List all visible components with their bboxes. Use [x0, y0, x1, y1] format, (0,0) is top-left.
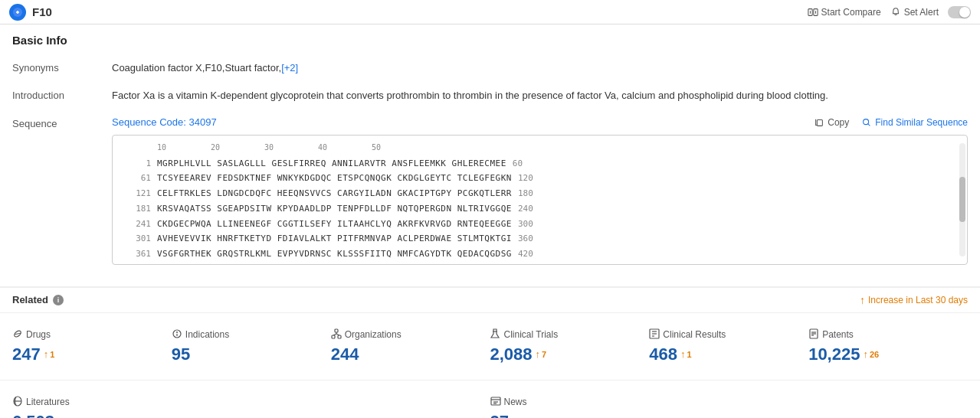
stat-value-literatures: 6,503 — [12, 412, 478, 419]
stat-label-text-clinical-results: Clinical Results — [663, 329, 726, 340]
related-left: Related i — [12, 294, 64, 305]
alert-toggle[interactable] — [948, 6, 971, 18]
seq-chars: AVHEVEVVIK HNRFTKETYD FDIAVLALKT PITFRMN… — [157, 231, 512, 247]
related-header: Related i ↑ Increase in Last 30 days — [0, 286, 980, 313]
stat-label-clinical-results: Clinical Results — [649, 328, 796, 341]
increase-label: Increase in Last 30 days — [868, 295, 968, 305]
stat-item-clinical-results[interactable]: Clinical Results 468 ↑ 1 — [649, 322, 808, 371]
stat-label-organizations: Organizations — [331, 328, 478, 341]
copy-label: Copy — [828, 117, 849, 128]
stat-label-text-clinical-trials: Clinical Trials — [503, 329, 558, 340]
stat-number-clinical-trials: 2,088 — [490, 345, 532, 364]
stat-item-patents[interactable]: Patents 10,225 ↑ 26 — [808, 322, 968, 371]
seq-chars: KRSVAQATSS SGEAPDSITW KPYDAADLDP TENPFDL… — [157, 201, 512, 217]
related-right: ↑ Increase in Last 30 days — [860, 294, 968, 306]
seq-chars: VSGFGRTHEK GRQSTRLKML EVPYVDRNSC KLSSSFI… — [157, 247, 512, 262]
main-content: Basic Info Synonyms Coagulation factor X… — [0, 24, 980, 286]
introduction-row: Introduction Factor Xa is a vitamin K-de… — [12, 88, 968, 103]
set-alert-label: Set Alert — [904, 7, 939, 18]
seq-chars: CKDGECPWQA LLINEENEGF CGGTILSEFY ILTAAHC… — [157, 217, 512, 232]
seq-chars: MGRPLHLVLL SASLAGLLL GESLFIRREQ ANNILARV… — [157, 156, 506, 171]
seq-end-num: 420 — [518, 247, 533, 262]
ruler-20: 20 — [211, 142, 264, 153]
sequence-box: 10 20 30 40 50 1 MGRPLHLVLL SASLAGLLL GE… — [112, 135, 968, 265]
ruler-40: 40 — [318, 142, 372, 153]
sequence-header: Sequence Code: 34097 Copy — [112, 115, 968, 130]
seq-start-num: 61 — [119, 171, 157, 186]
sequence-code-link[interactable]: Sequence Code: 34097 — [112, 115, 217, 130]
svg-line-9 — [15, 331, 21, 337]
stat-label-text-indications: Indications — [185, 329, 229, 340]
stat-value-drugs: 247 ↑ 1 — [12, 345, 159, 364]
svg-point-6 — [864, 119, 869, 124]
sequence-row: Sequence Sequence Code: 34097 Copy — [12, 115, 968, 265]
start-compare-button[interactable]: Start Compare — [808, 7, 881, 18]
stat-item-drugs[interactable]: Drugs 247 ↑ 1 — [12, 322, 172, 371]
seq-start-num: 241 — [119, 217, 157, 232]
ruler-10: 10 — [157, 142, 211, 153]
stat-label-text-drugs: Drugs — [26, 329, 51, 340]
stat-badge-value: 26 — [870, 350, 879, 359]
copy-button[interactable]: Copy — [814, 117, 849, 128]
seq-line: 361 VSGFGRTHEK GRQSTRLKML EVPYVDRNSC KLS… — [119, 247, 961, 262]
page-title: F10 — [32, 5, 52, 18]
stat-item-literatures[interactable]: Literatures 6,503 — [12, 390, 490, 419]
seq-line: 121 CELFTRKLES LDNGDCDQFC HEEQNSVVCS CAR… — [119, 186, 961, 201]
stat-number-patents: 10,225 — [808, 345, 860, 364]
stat-label-text-organizations: Organizations — [345, 329, 402, 340]
sequence-content: Sequence Code: 34097 Copy — [112, 115, 968, 265]
introduction-label: Introduction — [12, 88, 112, 101]
stat-value-patents: 10,225 ↑ 26 — [808, 345, 955, 364]
stat-number-literatures: 6,503 — [12, 412, 54, 419]
synonyms-label: Synonyms — [12, 60, 112, 73]
ruler-30: 30 — [264, 142, 318, 153]
stat-number-clinical-results: 468 — [649, 345, 677, 364]
svg-point-11 — [176, 331, 178, 333]
seq-line: 1 MGRPLHLVLL SASLAGLLL GESLFIRREQ ANNILA… — [119, 156, 961, 171]
synonyms-value: Coagulation factor X,F10,Stuart factor,[… — [112, 60, 968, 76]
app-logo — [9, 4, 26, 21]
stat-item-news[interactable]: News 27 ↑ 4 — [490, 390, 969, 419]
stat-item-indications[interactable]: Indications 95 — [172, 322, 331, 371]
stat-value-clinical-results: 468 ↑ 1 — [649, 345, 796, 364]
seq-start-num: 361 — [119, 247, 157, 262]
stat-number-drugs: 247 — [12, 345, 41, 364]
related-label: Related — [12, 294, 48, 305]
header-left: F10 — [9, 4, 52, 21]
seq-chars: CELFTRKLES LDNGDCDQFC HEEQNSVVCS CARGYIL… — [157, 186, 512, 201]
introduction-value: Factor Xa is a vitamin K-dependent glyco… — [112, 88, 968, 103]
seq-end-num: 60 — [513, 156, 523, 171]
stat-label-text-news: News — [504, 397, 527, 407]
start-compare-label: Start Compare — [821, 7, 881, 18]
stats-grid-2: Literatures 6,503 News 27 ↑ 4 — [0, 380, 980, 419]
stat-item-organizations[interactable]: Organizations 244 — [331, 322, 490, 371]
set-alert-button[interactable]: Set Alert — [890, 7, 939, 18]
synonyms-more-link[interactable]: [+2] — [281, 62, 298, 73]
stat-label-clinical-trials: Clinical Trials — [490, 328, 637, 341]
ruler-50: 50 — [372, 142, 425, 153]
stat-value-clinical-trials: 2,088 ↑ 7 — [490, 345, 637, 364]
stat-badge-drugs: ↑ 1 — [44, 348, 55, 360]
up-arrow-icon: ↑ — [860, 294, 865, 306]
svg-rect-5 — [818, 119, 823, 126]
sequence-scrollbar[interactable] — [959, 143, 965, 256]
stats-grid: Drugs 247 ↑ 1 Indications 95 Organizatio… — [0, 313, 980, 380]
header-right: Start Compare Set Alert — [808, 6, 971, 18]
stat-badge-patents: ↑ 26 — [863, 348, 879, 360]
header: F10 Start Compare Set Alert — [0, 0, 980, 24]
stat-value-news: 27 ↑ 4 — [490, 412, 956, 419]
sequence-lines: 1 MGRPLHLVLL SASLAGLLL GESLFIRREQ ANNILA… — [119, 156, 961, 263]
seq-end-num: 300 — [518, 217, 533, 232]
seq-line: 301 AVHEVEVVIK HNRFTKETYD FDIAVLALKT PIT… — [119, 231, 961, 247]
sequence-label: Sequence — [12, 115, 112, 129]
related-info-icon[interactable]: i — [53, 295, 64, 305]
seq-chars: TCSYEEAREV FEDSDKTNEF WNKYKDGDQC ETSPCQN… — [157, 171, 512, 186]
org-icon — [331, 328, 342, 341]
seq-line: 241 CKDGECPWQA LLINEENEGF CGGTILSEFY ILT… — [119, 217, 961, 232]
stat-number-organizations: 244 — [331, 345, 359, 364]
stat-badge-value: 1 — [50, 350, 54, 359]
basic-info-title: Basic Info — [12, 34, 968, 51]
seq-start-num: 301 — [119, 231, 157, 247]
find-similar-button[interactable]: Find Similar Sequence — [861, 117, 968, 128]
stat-item-clinical-trials[interactable]: Clinical Trials 2,088 ↑ 7 — [490, 322, 649, 371]
